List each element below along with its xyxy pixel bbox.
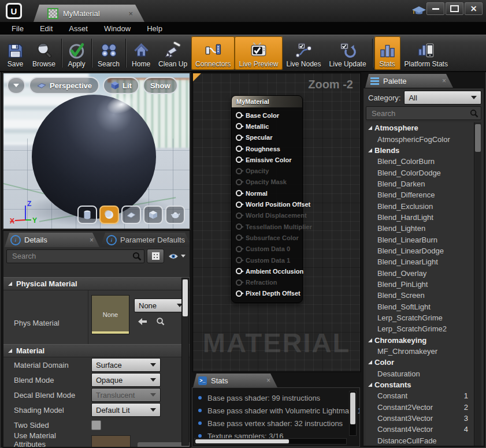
phys-material-thumbnail[interactable]: None: [91, 295, 129, 334]
menu-item[interactable]: Asset: [61, 24, 96, 33]
palette-list-item[interactable]: Blend_LinearLight: [366, 256, 474, 267]
tab-close-icon[interactable]: ×: [188, 236, 191, 244]
pin-circle-icon[interactable]: [236, 212, 242, 219]
palette-list-item[interactable]: Desaturation: [366, 368, 474, 379]
node-pin-row[interactable]: Base Color: [232, 110, 302, 121]
stats-horizontal-thumb[interactable]: [195, 439, 289, 443]
palette-list-item[interactable]: Blend_LinearBurn: [366, 234, 474, 245]
palette-search-input[interactable]: [370, 109, 470, 118]
tab-close-icon[interactable]: ×: [90, 236, 94, 244]
platform-stats-button[interactable]: Platform Stats: [400, 36, 452, 70]
node-pin-row[interactable]: World Position Offset: [232, 199, 302, 210]
node-pin-row[interactable]: Tessellation Multiplier: [232, 221, 302, 232]
pin-circle-icon[interactable]: [236, 234, 242, 241]
view-options-button[interactable]: [166, 253, 187, 260]
node-title[interactable]: MyMaterial: [232, 96, 302, 107]
palette-scrollbar[interactable]: [474, 122, 481, 446]
pin-circle-icon[interactable]: [236, 168, 242, 174]
node-pin-row[interactable]: Custom Data 0: [232, 244, 302, 255]
palette-list-item[interactable]: DistanceCullFade: [366, 435, 474, 446]
palette-list-item[interactable]: AtmosphericFogColor: [366, 133, 474, 144]
menu-item[interactable]: File: [3, 24, 32, 33]
node-pin-row[interactable]: Roughness: [232, 143, 302, 154]
category-select[interactable]: All: [404, 91, 481, 104]
palette-list-item[interactable]: Blend_Exclusion: [366, 200, 474, 211]
pin-circle-icon[interactable]: [236, 123, 242, 129]
details-scrollbar[interactable]: [181, 278, 189, 446]
node-pin-row[interactable]: Opacity: [232, 165, 302, 176]
palette-list-item[interactable]: Blend_LinearDodge: [366, 245, 474, 256]
pin-circle-icon[interactable]: [236, 268, 242, 274]
tab-details[interactable]: i Details ×: [5, 233, 99, 247]
material-graph-panel[interactable]: Zoom -2 MATERIAL MyMaterial Base Color M…: [192, 72, 361, 372]
property-matrix-button[interactable]: [147, 249, 164, 263]
palette-list-item[interactable]: Blend_Darken: [366, 178, 474, 189]
node-pin-row[interactable]: Opacity Mask: [232, 177, 302, 188]
property-select[interactable]: Surface: [91, 358, 161, 372]
palette-list-item[interactable]: Atmosphere: [366, 122, 474, 133]
pin-circle-icon[interactable]: [236, 246, 242, 252]
sphere-shape-button[interactable]: [99, 206, 119, 224]
palette-list-item[interactable]: Blend_SoftLight: [366, 301, 474, 312]
preview-viewport[interactable]: Perspective Lit Show: [2, 72, 191, 230]
property-select[interactable]: Opaque: [91, 373, 161, 387]
node-pin-row[interactable]: Ambient Occlusion: [232, 266, 302, 277]
plane-shape-button[interactable]: [121, 206, 141, 224]
details-search-box[interactable]: [6, 249, 144, 263]
details-scrollbar-thumb[interactable]: [183, 279, 188, 316]
material-output-node[interactable]: MyMaterial Base Color Metallic: [231, 95, 303, 303]
restore-button[interactable]: [446, 2, 463, 15]
palette-list-item[interactable]: Blend_ColorDodge: [366, 167, 474, 178]
cylinder-shape-button[interactable]: [77, 206, 97, 224]
menu-item[interactable]: Edit: [32, 24, 61, 33]
details-search-input[interactable]: [11, 251, 132, 261]
palette-list-item[interactable]: Blend_Overlay: [366, 267, 474, 278]
pin-circle-icon[interactable]: [236, 279, 242, 286]
stats-vertical-thumb[interactable]: [350, 393, 355, 424]
palette-list-item[interactable]: Constants: [366, 379, 474, 390]
palette-list-item[interactable]: Constant2Vector 2: [366, 402, 474, 413]
home-button[interactable]: Home: [128, 36, 154, 70]
minimize-button[interactable]: [426, 2, 444, 15]
palette-list-item[interactable]: Blend_PinLight: [366, 279, 474, 290]
tab-stats[interactable]: >_ Stats ×: [193, 374, 277, 387]
show-button[interactable]: Show: [143, 77, 178, 94]
stats-horizontal-scrollbar[interactable]: [194, 438, 347, 445]
physical-material-header[interactable]: Physical Material: [3, 277, 190, 290]
live-nodes-button[interactable]: Live Nodes: [283, 36, 325, 70]
pin-circle-icon[interactable]: [236, 179, 242, 185]
pin-circle-icon[interactable]: [236, 201, 242, 208]
pin-circle-icon[interactable]: [236, 190, 242, 196]
palette-list-item[interactable]: MF_Chromakeyer: [366, 346, 474, 357]
tab-parameter-defaults[interactable]: i Parameter Defaults ×: [101, 233, 191, 247]
stats-button[interactable]: Stats: [374, 36, 400, 70]
palette-list-item[interactable]: Color: [366, 357, 474, 368]
live-preview-button[interactable]: Live Preview: [235, 36, 282, 70]
asset-tab-close-icon[interactable]: ×: [128, 9, 133, 18]
palette-list-item[interactable]: Chromakeying: [366, 335, 474, 346]
cube-shape-button[interactable]: [143, 206, 163, 224]
menu-item[interactable]: Window: [96, 24, 139, 33]
property-select[interactable]: Translucent: [91, 388, 161, 402]
node-pin-row[interactable]: Refraction: [232, 277, 302, 288]
node-pin-row[interactable]: Metallic: [232, 121, 302, 132]
partial-thumbnail[interactable]: [91, 435, 131, 448]
property-select[interactable]: Default Lit: [91, 403, 161, 417]
palette-list-item[interactable]: Blend_HardLight: [366, 212, 474, 223]
tab-close-icon[interactable]: ×: [442, 77, 446, 85]
palette-list-item[interactable]: Constant4Vector 4: [366, 424, 474, 435]
palette-list-item[interactable]: Constant3Vector 3: [366, 413, 474, 424]
node-pin-row[interactable]: Subsurface Color: [232, 232, 302, 243]
lit-button[interactable]: Lit: [103, 77, 139, 94]
palette-list-item[interactable]: Constant 1: [366, 390, 474, 401]
material-header[interactable]: Material: [3, 344, 190, 357]
tab-palette[interactable]: Palette ×: [365, 74, 453, 88]
pin-circle-icon[interactable]: [236, 135, 242, 141]
browse-to-asset-icon[interactable]: [156, 317, 165, 326]
pin-circle-icon[interactable]: [236, 257, 242, 263]
pin-circle-icon[interactable]: [236, 290, 242, 297]
node-pin-row[interactable]: Specular: [232, 132, 302, 143]
palette-list-item[interactable]: Blend_Screen: [366, 290, 474, 301]
tab-close-icon[interactable]: ×: [266, 376, 270, 384]
palette-search-box[interactable]: [366, 106, 481, 120]
